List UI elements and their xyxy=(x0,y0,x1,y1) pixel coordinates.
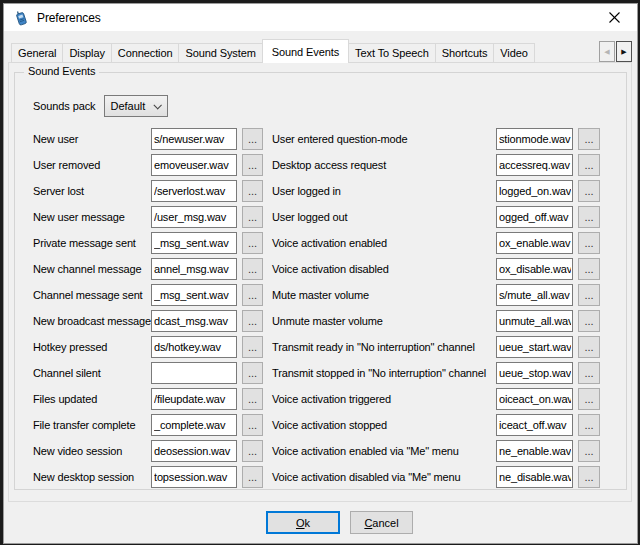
sound-file-input[interactable] xyxy=(496,310,573,332)
browse-button[interactable]: ... xyxy=(578,128,600,150)
browse-button[interactable]: ... xyxy=(578,232,600,254)
sound-events-left-column: New user ... User removed ... Server los… xyxy=(33,126,263,490)
tab-video[interactable]: Video xyxy=(493,43,534,63)
chevron-down-icon xyxy=(153,101,161,109)
sound-file-input[interactable] xyxy=(151,388,237,410)
browse-button[interactable]: ... xyxy=(578,414,600,436)
browse-button[interactable]: ... xyxy=(242,258,263,280)
sound-file-input[interactable] xyxy=(496,388,573,410)
tab-general[interactable]: General xyxy=(11,43,63,63)
sound-event-row-new-video-session: New video session ... xyxy=(33,438,263,464)
sound-file-input[interactable] xyxy=(496,232,573,254)
browse-button[interactable]: ... xyxy=(578,388,600,410)
browse-button[interactable]: ... xyxy=(242,466,263,488)
browse-button[interactable]: ... xyxy=(242,388,263,410)
sounds-pack-value: Default xyxy=(111,100,146,112)
sound-file-input[interactable] xyxy=(496,466,573,488)
sound-event-row-transmit-stopped-in-no-interruption-channel: Transmit stopped in "No interruption" ch… xyxy=(272,360,600,386)
browse-button[interactable]: ... xyxy=(242,128,263,150)
sound-file-input[interactable] xyxy=(496,206,573,228)
sound-file-input[interactable] xyxy=(496,362,573,384)
sound-file-input[interactable] xyxy=(496,284,573,306)
sound-event-row-channel-message-sent: Channel message sent ... xyxy=(33,282,263,308)
sound-event-row-voice-activation-stopped: Voice activation stopped ... xyxy=(272,412,600,438)
sound-file-input[interactable] xyxy=(151,414,237,436)
browse-button[interactable]: ... xyxy=(578,154,600,176)
browse-button[interactable]: ... xyxy=(578,362,600,384)
tab-label: Sound Events xyxy=(272,46,339,58)
browse-button[interactable]: ... xyxy=(578,310,600,332)
sound-file-input[interactable] xyxy=(496,440,573,462)
sound-file-input[interactable] xyxy=(151,284,237,306)
browse-button[interactable]: ... xyxy=(242,310,263,332)
tab-display[interactable]: Display xyxy=(62,43,111,63)
sound-file-input[interactable] xyxy=(496,414,573,436)
sound-event-row-private-message-sent: Private message sent ... xyxy=(33,230,263,256)
sound-event-row-user-logged-out: User logged out ... xyxy=(272,204,600,230)
browse-button[interactable]: ... xyxy=(242,414,263,436)
close-button[interactable] xyxy=(592,4,637,31)
sound-event-row-new-desktop-session: New desktop session ... xyxy=(33,464,263,490)
browse-button[interactable]: ... xyxy=(242,284,263,306)
browse-button[interactable]: ... xyxy=(578,466,600,488)
sound-event-label: Mute master volume xyxy=(272,289,496,301)
sound-file-input[interactable] xyxy=(496,128,573,150)
tab-sound-system[interactable]: Sound System xyxy=(178,43,262,63)
browse-button[interactable]: ... xyxy=(242,206,263,228)
titlebar[interactable]: Preferences xyxy=(4,4,637,31)
browse-button[interactable]: ... xyxy=(242,362,263,384)
tab-scroll-right-button[interactable]: ▶ xyxy=(616,41,632,62)
sound-event-label: New broadcast message xyxy=(33,315,151,327)
sound-event-label: Voice activation triggered xyxy=(272,393,496,405)
sound-event-row-desktop-access-request: Desktop access request ... xyxy=(272,152,600,178)
tab-scroll-left-button[interactable]: ◀ xyxy=(599,41,615,62)
sound-event-label: Transmit ready in "No interruption" chan… xyxy=(272,341,496,353)
tab-sound-events[interactable]: Sound Events xyxy=(262,39,349,63)
sound-event-row-unmute-master-volume: Unmute master volume ... xyxy=(272,308,600,334)
tab-connection[interactable]: Connection xyxy=(111,43,180,63)
browse-button[interactable]: ... xyxy=(242,336,263,358)
cancel-button[interactable]: Cancel xyxy=(350,511,413,534)
sound-file-input[interactable] xyxy=(151,206,237,228)
browse-button[interactable]: ... xyxy=(578,336,600,358)
sound-file-input[interactable] xyxy=(496,258,573,280)
sound-file-input[interactable] xyxy=(151,128,237,150)
browse-button[interactable]: ... xyxy=(242,440,263,462)
sound-event-label: File transfer complete xyxy=(33,419,151,431)
browse-button[interactable]: ... xyxy=(242,180,263,202)
sound-file-input[interactable] xyxy=(151,362,237,384)
browse-button[interactable]: ... xyxy=(578,180,600,202)
sound-file-input[interactable] xyxy=(151,440,237,462)
sound-file-input[interactable] xyxy=(151,258,237,280)
tab-scroll-left-icon: ◀ xyxy=(604,48,609,56)
tab-shortcuts[interactable]: Shortcuts xyxy=(435,43,495,63)
sound-file-input[interactable] xyxy=(151,466,237,488)
sound-file-input[interactable] xyxy=(151,232,237,254)
sound-event-label: Files updated xyxy=(33,393,151,405)
browse-button[interactable]: ... xyxy=(578,440,600,462)
browse-button[interactable]: ... xyxy=(578,206,600,228)
sound-event-row-voice-activation-triggered: Voice activation triggered ... xyxy=(272,386,600,412)
sound-file-input[interactable] xyxy=(151,336,237,358)
sound-file-input[interactable] xyxy=(496,336,573,358)
browse-button[interactable]: ... xyxy=(578,284,600,306)
sound-event-row-new-user-message: New user message ... xyxy=(33,204,263,230)
sound-event-row-voice-activation-disabled: Voice activation disabled ... xyxy=(272,256,600,282)
close-icon xyxy=(609,12,620,23)
sound-file-input[interactable] xyxy=(496,154,573,176)
browse-button[interactable]: ... xyxy=(242,232,263,254)
sound-file-input[interactable] xyxy=(496,180,573,202)
tab-text-to-speech[interactable]: Text To Speech xyxy=(348,43,436,63)
tab-label: Text To Speech xyxy=(355,47,429,59)
sound-event-label: Desktop access request xyxy=(272,159,496,171)
sound-file-input[interactable] xyxy=(151,180,237,202)
browse-button[interactable]: ... xyxy=(242,154,263,176)
sounds-pack-select[interactable]: Default xyxy=(104,95,168,117)
sound-file-input[interactable] xyxy=(151,154,237,176)
sound-event-row-mute-master-volume: Mute master volume ... xyxy=(272,282,600,308)
ok-button[interactable]: Ok xyxy=(266,511,340,534)
sound-event-label: Voice activation disabled xyxy=(272,263,496,275)
sound-event-label: Voice activation enabled via "Me" menu xyxy=(272,445,496,457)
browse-button[interactable]: ... xyxy=(578,258,600,280)
sound-file-input[interactable] xyxy=(151,310,237,332)
